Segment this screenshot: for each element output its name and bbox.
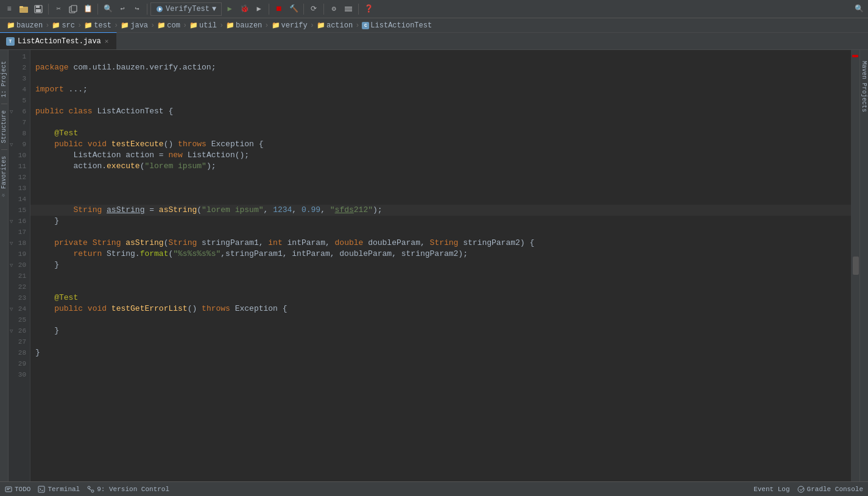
toolbar-icon-more[interactable] <box>342 2 355 16</box>
toolbar-icon-folder[interactable] <box>17 2 30 16</box>
code-doubleParam: doubleParam, <box>368 238 429 249</box>
toolbar-sep-4 <box>269 4 269 15</box>
gutter-line-13: 13 <box>9 183 30 194</box>
method-asstring-call: asString <box>159 205 197 216</box>
fold-indicator-9[interactable]: ▽ <box>10 141 13 148</box>
side-tab-project[interactable]: 1: Project <box>0 56 8 102</box>
toolbar-icon-find[interactable]: 🔍 <box>101 2 115 16</box>
side-tab-maven[interactable]: Maven Projects <box>860 56 868 117</box>
tab-listactiontest[interactable]: T ListActionTest.java ✕ <box>0 32 117 49</box>
kw-import: import <box>35 84 69 95</box>
svg-point-19 <box>798 486 804 492</box>
code-tgel-sig: () <box>188 303 202 314</box>
code-line-8: @Test <box>30 128 851 139</box>
toolbar-icon-stop[interactable]: ⏹ <box>272 2 286 16</box>
breadcrumb-item-action[interactable]: 📁 action <box>315 21 355 30</box>
code-line-16: } <box>30 216 851 227</box>
toolbar-icon-run[interactable]: ▶ <box>223 2 236 16</box>
gutter-line-8: 8 <box>9 128 30 139</box>
status-right-group: Event Log Gradle Console <box>753 486 863 493</box>
gutter-line-30: 30 <box>9 369 30 380</box>
side-tab-favorites[interactable]: ☆ Favorites <box>0 151 8 204</box>
tab-close-button[interactable]: ✕ <box>104 37 110 46</box>
toolbar-icon-settings[interactable]: ⚙ <box>327 2 340 16</box>
toolbar-icon-debug[interactable]: 🐞 <box>238 2 251 16</box>
folder-icon-action: 📁 <box>317 21 325 29</box>
fold-indicator-18[interactable]: ▽ <box>10 240 13 247</box>
status-terminal[interactable]: Terminal <box>38 486 80 493</box>
fold-indicator-20[interactable]: ▽ <box>10 262 13 269</box>
toolbar-icon-redo[interactable]: ↪ <box>130 2 144 16</box>
line-number-gutter: 1 2 3 4 5 ▽ 6 7 8 ▽ 9 10 11 12 13 14 15 … <box>9 50 30 481</box>
breadcrumb-item-verify[interactable]: 📁 verify <box>270 21 309 30</box>
breadcrumb-sep-7: › <box>310 21 314 30</box>
gutter-line-29: 29 <box>9 358 30 369</box>
kw-int: int <box>268 238 287 249</box>
code-editor[interactable]: package com.util.bauzen.verify.action; i… <box>30 50 851 481</box>
toolbar-icon-copy[interactable] <box>66 2 80 16</box>
toolbar-icon-undo[interactable]: ↩ <box>116 2 129 16</box>
breadcrumb-sep-2: › <box>114 21 118 30</box>
status-gradle-console[interactable]: Gradle Console <box>797 486 863 493</box>
gutter-line-7: 7 <box>9 117 30 128</box>
breadcrumb-sep-0: › <box>45 21 49 30</box>
code-close-brace-1: } <box>54 216 59 227</box>
side-tab-structure[interactable]: Structure <box>0 105 8 148</box>
gutter-line-4: 4 <box>9 84 30 95</box>
toolbar-icon-save[interactable] <box>32 2 45 16</box>
code-line-22 <box>30 282 851 292</box>
gutter-line-27: 27 <box>9 336 30 347</box>
breadcrumb-label-bauzen2: bauzen <box>236 21 262 30</box>
gutter-line-26: ▽ 26 <box>9 325 30 336</box>
scrollbar-thumb[interactable] <box>853 257 859 275</box>
breadcrumb-item-listactiontest[interactable]: C ListActionTest <box>360 21 434 30</box>
breadcrumb-item-com[interactable]: 📁 com <box>155 21 182 30</box>
run-config-chevron: ▼ <box>212 5 216 13</box>
toolbar-icon-cut[interactable]: ✂ <box>52 2 65 16</box>
breadcrumb-label-action: action <box>326 21 353 30</box>
folder-icon-verify: 📁 <box>272 21 280 29</box>
toolbar-icon-menu[interactable]: ≡ <box>2 2 16 16</box>
status-version-control[interactable]: 9: Version Control <box>87 486 169 493</box>
code-intParam: intParam, <box>288 238 335 249</box>
code-testexecute-sig: () <box>164 139 178 150</box>
toolbar-icon-paste[interactable]: 📋 <box>81 2 94 16</box>
breadcrumb-item-test[interactable]: 📁 test <box>82 21 113 30</box>
code-asstring-comma2: , <box>292 205 302 216</box>
fold-indicator-24[interactable]: ▽ <box>10 306 13 313</box>
kw-string-param2: String <box>430 238 464 249</box>
status-vc-label: 9: Version Control <box>97 486 169 493</box>
breadcrumb-item-util[interactable]: 📁 util <box>188 21 219 30</box>
code-line-11: action.execute("lorem ipsum"); <box>30 161 851 172</box>
fold-indicator-16[interactable]: ▽ <box>10 218 13 225</box>
code-line-5 <box>30 95 851 106</box>
code-close-brace-2: } <box>54 260 59 271</box>
toolbar-icon-run-with-coverage[interactable]: ▶ <box>252 2 266 16</box>
code-asstring-params: ( <box>164 238 169 249</box>
status-event-log[interactable]: Event Log <box>753 486 789 493</box>
toolbar-icon-search-right[interactable]: 🔍 <box>852 2 866 16</box>
status-todo[interactable]: TODO <box>5 486 30 493</box>
toolbar-icon-help[interactable]: ❓ <box>362 2 375 16</box>
breadcrumb-item-bauzen2[interactable]: 📁 bauzen <box>224 21 264 30</box>
run-config-selector[interactable]: VerifyTest ▼ <box>150 2 222 16</box>
tab-bar: T ListActionTest.java ✕ <box>0 33 868 50</box>
toolbar-icon-build[interactable]: 🔨 <box>287 2 300 16</box>
breadcrumb-item-src[interactable]: 📁 src <box>50 21 77 30</box>
scroll-indicator-panel <box>851 50 859 481</box>
kw-public3: public <box>54 303 88 314</box>
fold-indicator-26[interactable]: ▽ <box>10 328 13 335</box>
fold-indicator-6[interactable]: ▽ <box>10 108 13 115</box>
breadcrumb-item-bauzen[interactable]: 📁 bauzen <box>5 21 44 30</box>
toolbar-sep-7 <box>358 4 359 15</box>
svg-rect-4 <box>36 9 41 12</box>
breadcrumb-label-java: java <box>130 21 148 30</box>
breadcrumb-sep-5: › <box>219 21 224 30</box>
editor-layout: 1: Project Structure ☆ Favorites 1 2 3 4… <box>0 50 868 481</box>
breadcrumb-label-bauzen: bauzen <box>16 21 43 30</box>
folder-icon-util: 📁 <box>189 21 198 29</box>
code-line-7 <box>30 117 851 128</box>
tab-label: ListActionTest.java <box>18 37 101 46</box>
toolbar-icon-update[interactable]: ⟳ <box>307 2 320 16</box>
breadcrumb-item-java[interactable]: 📁 java <box>119 21 150 30</box>
